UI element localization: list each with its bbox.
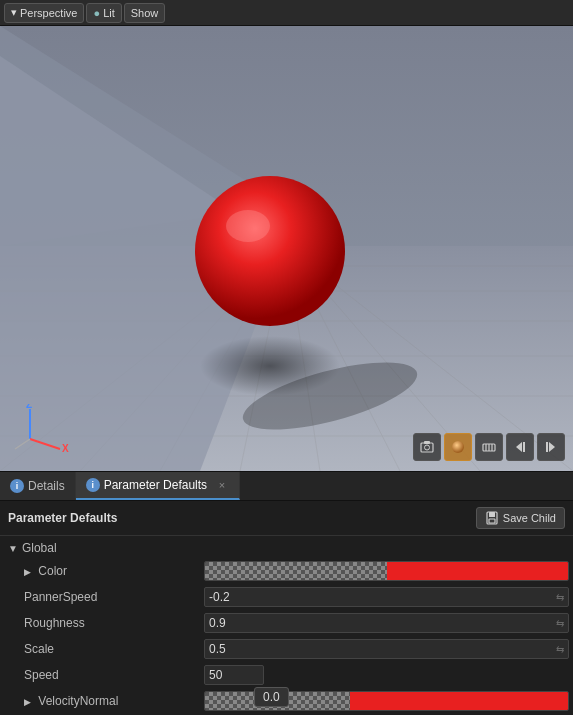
table-row: Scale ⇆ <box>0 636 573 662</box>
prev-frame-icon[interactable] <box>506 433 534 461</box>
param-name-color: ▶ Color <box>24 564 204 578</box>
panner-speed-input[interactable] <box>209 590 556 604</box>
svg-rect-41 <box>489 512 495 517</box>
svg-text:Z: Z <box>26 404 32 410</box>
save-icon <box>485 511 499 525</box>
svg-text:X: X <box>62 443 69 454</box>
material-sphere-icon[interactable] <box>444 433 472 461</box>
svg-marker-38 <box>549 442 555 452</box>
svg-point-31 <box>452 441 464 453</box>
velocity-label: VelocityNormal <box>38 694 118 708</box>
svg-line-27 <box>15 439 30 449</box>
tab-details[interactable]: i Details <box>0 472 76 500</box>
svg-rect-42 <box>489 519 495 523</box>
table-row: ▶ Color <box>0 558 573 584</box>
panner-speed-arrow[interactable]: ⇆ <box>556 592 564 603</box>
param-tab-label: Parameter Defaults <box>104 478 207 492</box>
roughness-field-wrap[interactable]: ⇆ <box>204 613 569 633</box>
perspective-dropdown[interactable]: ▾ Perspective <box>4 3 84 23</box>
param-list: ▼ Global ▶ Color PannerSpeed ⇆ <box>0 536 573 715</box>
details-tab-label: Details <box>28 479 65 493</box>
svg-point-22 <box>226 210 270 242</box>
scale-input[interactable] <box>209 642 556 656</box>
color-swatch <box>387 562 569 580</box>
velocity-expand-icon[interactable]: ▶ <box>24 697 31 707</box>
svg-marker-36 <box>516 442 522 452</box>
svg-point-21 <box>195 176 345 326</box>
param-tab-icon: i <box>86 478 100 492</box>
axis-gizmo: Z X <box>10 404 70 457</box>
global-group-header[interactable]: ▼ Global <box>0 538 573 558</box>
svg-rect-37 <box>523 442 525 452</box>
scene-svg <box>0 26 573 471</box>
svg-rect-30 <box>424 441 430 444</box>
3d-viewport[interactable]: Z X <box>0 26 573 471</box>
panner-speed-field-wrap[interactable]: ⇆ <box>204 587 569 607</box>
show-dropdown[interactable]: Show <box>124 3 166 23</box>
roughness-value-area: ⇆ <box>204 613 569 633</box>
save-child-button[interactable]: Save Child <box>476 507 565 529</box>
color-expand-icon[interactable]: ▶ <box>24 567 31 577</box>
color-value-area[interactable] <box>204 561 569 581</box>
scale-field-wrap[interactable]: ⇆ <box>204 639 569 659</box>
param-name-panner-speed: PannerSpeed <box>24 590 204 604</box>
show-label: Show <box>131 7 159 19</box>
scale-value-area: ⇆ <box>204 639 569 659</box>
svg-point-29 <box>425 445 430 450</box>
lit-label: Lit <box>103 7 115 19</box>
param-tab-close[interactable]: × <box>215 478 229 492</box>
perspective-label: Perspective <box>20 7 77 19</box>
table-row: PannerSpeed ⇆ <box>0 584 573 610</box>
dropdown-arrow-icon: ▾ <box>11 6 17 19</box>
roughness-arrow[interactable]: ⇆ <box>556 618 564 629</box>
param-name-speed: Speed <box>24 668 204 682</box>
next-frame-icon[interactable] <box>537 433 565 461</box>
param-panel: Parameter Defaults Save Child ▼ Global ▶… <box>0 501 573 715</box>
speed-value-area: 0.0 <box>204 665 569 685</box>
color-bar[interactable] <box>204 561 569 581</box>
param-header: Parameter Defaults Save Child <box>0 501 573 536</box>
table-row: Speed 0.0 <box>0 662 573 688</box>
viewport-icons <box>413 433 565 461</box>
svg-line-25 <box>30 439 60 449</box>
camera-viewport-icon[interactable] <box>413 433 441 461</box>
panel-tabs: i Details i Parameter Defaults × <box>0 471 573 501</box>
svg-rect-39 <box>546 442 548 452</box>
param-name-scale: Scale <box>24 642 204 656</box>
flat-display-icon[interactable] <box>475 433 503 461</box>
tab-parameter-defaults[interactable]: i Parameter Defaults × <box>76 472 240 500</box>
speed-input[interactable] <box>209 668 249 682</box>
velocity-swatch <box>350 692 568 710</box>
speed-tooltip: 0.0 <box>254 687 289 707</box>
viewport-toolbar: ▾ Perspective ● Lit Show <box>0 0 573 26</box>
details-tab-icon: i <box>10 479 24 493</box>
param-name-velocity-normal: ▶ VelocityNormal <box>24 694 204 708</box>
lit-dropdown[interactable]: ● Lit <box>86 3 121 23</box>
speed-field-wrap[interactable] <box>204 665 264 685</box>
param-panel-title: Parameter Defaults <box>8 511 117 525</box>
panner-speed-value-area: ⇆ <box>204 587 569 607</box>
scale-arrow[interactable]: ⇆ <box>556 644 564 655</box>
color-checker <box>205 562 387 580</box>
save-child-label: Save Child <box>503 512 556 524</box>
param-name-roughness: Roughness <box>24 616 204 630</box>
color-label: Color <box>38 564 67 578</box>
group-label: Global <box>22 541 57 555</box>
table-row: Roughness ⇆ <box>0 610 573 636</box>
lit-icon: ● <box>93 7 100 19</box>
svg-rect-28 <box>421 443 433 452</box>
roughness-input[interactable] <box>209 616 556 630</box>
group-expand-icon: ▼ <box>8 543 18 554</box>
